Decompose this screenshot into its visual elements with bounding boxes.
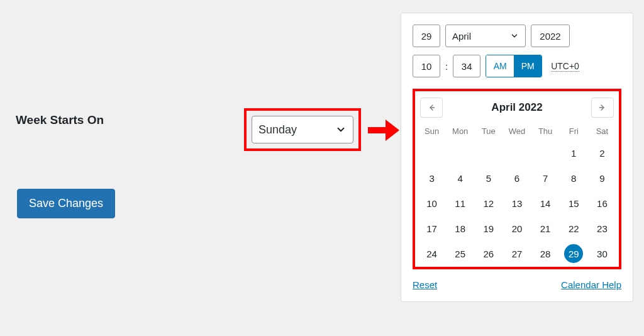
- calendar-day[interactable]: 22: [560, 218, 588, 239]
- calendar-day[interactable]: 6: [502, 167, 531, 189]
- arrow-left-icon: [426, 103, 436, 113]
- calendar-day[interactable]: 11: [446, 193, 474, 214]
- calendar-dow: Fri: [560, 124, 588, 138]
- week-starts-on-label: Week Starts On: [16, 113, 104, 127]
- month-select[interactable]: April: [445, 25, 526, 47]
- calendar-day: [474, 142, 502, 164]
- calendar-day[interactable]: 17: [418, 218, 446, 239]
- calendar-title: April 2022: [491, 101, 542, 114]
- year-input[interactable]: 2022: [531, 25, 570, 47]
- calendar-day[interactable]: 5: [474, 167, 502, 189]
- calendar-dow: Mon: [446, 124, 474, 138]
- date-time-picker: 29 April 2022 10 : 34 AM PM UTC+0 April …: [401, 13, 633, 302]
- calendar-highlight: April 2022 SunMonTueWedThuFriSat12345678…: [413, 89, 621, 269]
- arrow-right-icon: [368, 120, 399, 141]
- calendar-day: [418, 142, 446, 164]
- calendar-day[interactable]: 12: [474, 193, 502, 214]
- day-input[interactable]: 29: [413, 25, 440, 47]
- minute-input[interactable]: 34: [453, 55, 480, 77]
- arrow-right-icon: [597, 103, 608, 113]
- calendar-day: [446, 142, 474, 164]
- calendar-prev-button[interactable]: [420, 98, 443, 118]
- calendar-dow: Thu: [531, 124, 560, 138]
- calendar-day[interactable]: 10: [418, 193, 446, 214]
- calendar-day[interactable]: 1: [560, 142, 588, 164]
- calendar-day[interactable]: 2: [588, 142, 616, 164]
- calendar-day[interactable]: 21: [531, 218, 560, 239]
- calendar-dow: Sat: [588, 124, 616, 138]
- calendar-day[interactable]: 15: [560, 193, 588, 214]
- calendar-day[interactable]: 28: [531, 243, 560, 264]
- hour-input[interactable]: 10: [413, 55, 440, 77]
- calendar-day: [531, 142, 560, 164]
- week-starts-select-highlight: Sunday: [244, 108, 361, 151]
- calendar-day[interactable]: 24: [418, 243, 446, 264]
- calendar-day[interactable]: 19: [474, 218, 502, 239]
- calendar-day[interactable]: 3: [418, 167, 446, 189]
- calendar-day[interactable]: 26: [474, 243, 502, 264]
- timezone-label: UTC+0: [551, 61, 579, 72]
- calendar-day[interactable]: 8: [560, 167, 588, 189]
- calendar-day[interactable]: 25: [446, 243, 474, 264]
- chevron-down-icon: [510, 31, 519, 40]
- reset-link[interactable]: Reset: [413, 279, 437, 290]
- pm-button[interactable]: PM: [514, 55, 541, 77]
- calendar-day: [502, 142, 531, 164]
- svg-rect-0: [368, 127, 387, 133]
- calendar-day[interactable]: 9: [588, 167, 616, 189]
- calendar-day[interactable]: 30: [588, 243, 616, 264]
- calendar-day[interactable]: 14: [531, 193, 560, 214]
- time-colon: :: [445, 61, 448, 72]
- calendar-day[interactable]: 29: [560, 243, 588, 264]
- calendar-day[interactable]: 7: [531, 167, 560, 189]
- calendar-day[interactable]: 4: [446, 167, 474, 189]
- calendar-dow: Sun: [418, 124, 446, 138]
- calendar-help-link[interactable]: Calendar Help: [561, 279, 621, 290]
- week-starts-select[interactable]: Sunday: [252, 116, 353, 143]
- am-button[interactable]: AM: [486, 55, 514, 77]
- calendar-day[interactable]: 13: [502, 193, 531, 214]
- save-changes-button[interactable]: Save Changes: [17, 189, 115, 218]
- calendar-day[interactable]: 27: [502, 243, 531, 264]
- calendar-day[interactable]: 18: [446, 218, 474, 239]
- calendar-day[interactable]: 16: [588, 193, 616, 214]
- am-pm-toggle: AM PM: [486, 55, 542, 77]
- month-select-value: April: [452, 31, 471, 42]
- chevron-down-icon: [335, 124, 347, 135]
- calendar-day[interactable]: 23: [588, 218, 616, 239]
- week-starts-select-value: Sunday: [258, 123, 297, 137]
- calendar-dow: Wed: [502, 124, 531, 138]
- calendar-dow: Tue: [474, 124, 502, 138]
- calendar-next-button[interactable]: [591, 98, 614, 118]
- calendar-day[interactable]: 20: [502, 218, 531, 239]
